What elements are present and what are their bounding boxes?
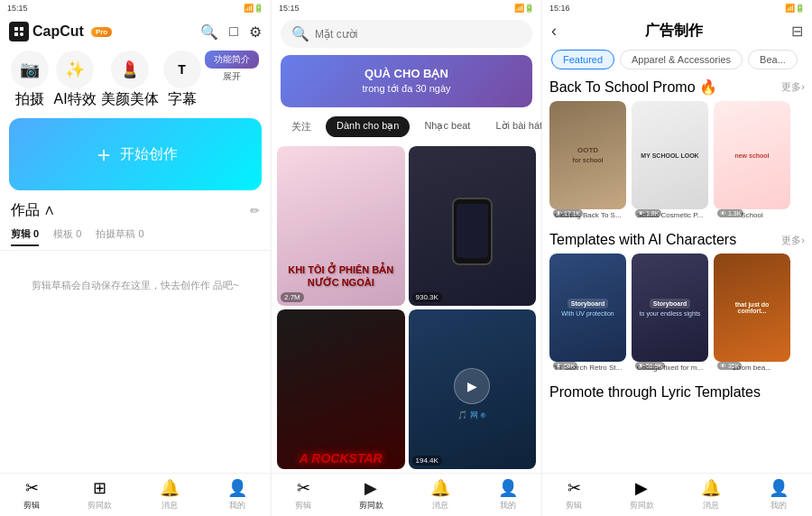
nav-templates-3[interactable]: ▶ 剪同款: [630, 478, 654, 511]
settings-icon[interactable]: ⚙: [249, 23, 262, 41]
ads-header: ‹ 广告制作 ⊟: [542, 16, 812, 46]
nav-messages-3[interactable]: 🔔 消息: [701, 478, 721, 511]
card-thumbnail-2: [409, 146, 537, 306]
status-icons-3: 📶🔋: [785, 4, 805, 13]
tools-row: 📷 拍摄 ✨ AI特效 💄 美颜美体 T 字幕 功能简介 展开: [0, 47, 271, 111]
chip-featured[interactable]: Featured: [551, 50, 614, 69]
tab-for-you[interactable]: Dành cho bạn: [326, 116, 410, 137]
subtitle-icon: T: [163, 51, 201, 88]
nav-messages-label-3: 消息: [703, 500, 719, 511]
ai-card-3[interactable]: that just docomfort... 👁 35K Zoom bea...: [714, 253, 790, 373]
search-icon[interactable]: 🔍: [200, 23, 218, 41]
nav-templates-2[interactable]: ▶ 剪同款: [359, 478, 383, 511]
ai-views-3: 👁 35K: [717, 362, 742, 370]
tab-drafts[interactable]: 拍摄草稿 0: [96, 227, 143, 246]
nav-profile-label-3: 我的: [770, 500, 787, 511]
section2-more[interactable]: 更多›: [781, 234, 805, 247]
status-bar-3: 15:16 📶🔋: [542, 0, 812, 16]
search-magnify-icon: 🔍: [291, 25, 309, 42]
grid-icon: ⊞: [93, 478, 106, 498]
ai-card-2[interactable]: Storyboard to your endless sights 👁 51.9…: [632, 253, 708, 373]
create-button[interactable]: ＋ 开始创作: [9, 118, 262, 190]
plus-icon: ＋: [93, 143, 115, 165]
app-logo: CapCut: [9, 22, 84, 41]
ads-content: Back To School Promo 🔥 更多› OOTDfor schoo…: [542, 73, 812, 473]
tab-lyrics[interactable]: Lời bài hát: [484, 116, 541, 137]
status-bar-1: 15:15 📶🔋: [0, 0, 271, 16]
status-icons-1: 📶🔋: [244, 4, 263, 13]
tool-camera-label: 拍摄: [15, 90, 44, 109]
camera-icon: 📷: [11, 51, 49, 88]
scissors-icon-3: ✂: [567, 478, 581, 498]
nav-clips-3[interactable]: ✂ 剪辑: [566, 478, 582, 511]
category-chips: Featured Apparel & Accessories Bea...: [542, 46, 812, 73]
works-edit-icon[interactable]: ✏: [250, 204, 260, 217]
search-box[interactable]: 🔍: [281, 20, 532, 48]
panel-ads: 15:16 📶🔋 ‹ 广告制作 ⊟ Featured Apparel & Acc…: [541, 0, 812, 516]
filter-button[interactable]: ⊟: [791, 23, 803, 40]
nav-templates-label-3: 剪同款: [630, 500, 654, 511]
tool-subtitle[interactable]: T 字幕: [163, 51, 201, 109]
section2-header: Templates with AI Characters 更多›: [549, 232, 805, 248]
status-bar-2: 15:15 📶🔋: [272, 0, 541, 16]
fullscreen-icon[interactable]: □: [229, 23, 238, 40]
play-icon-2: ▶: [364, 478, 377, 498]
banner-text: QUÀ CHO BẠN trong tới đa 30 ngày: [362, 66, 450, 97]
bottom-nav-1: ✂ 剪辑 ⊞ 剪同款 🔔 消息 👤 我的: [0, 473, 271, 516]
school-card-2[interactable]: MY SCHOOL LOOK 👁 1.8K School Cosmetic P.…: [632, 101, 708, 221]
banner-line2: trong tới đa 30 ngày: [362, 82, 450, 96]
video-card-1[interactable]: KHI TÔI Ở PHIÊN BẢNNƯỚC NGOÀI 2.7M Nếu t…: [277, 146, 405, 306]
section1-title: Back To School Promo 🔥: [549, 78, 717, 96]
ai-card-1[interactable]: Storyboard With UV protection 👁 58K TT S…: [549, 253, 626, 373]
tab-music[interactable]: Nhạc beat: [413, 116, 481, 137]
school-thumb-3: new school: [714, 101, 790, 209]
school-card-1[interactable]: OOTDfor school 👁 17.1K Clothing Back To …: [549, 101, 626, 221]
tool-func[interactable]: 功能简介 展开: [205, 51, 259, 109]
ai-thumb-3: that just docomfort...: [714, 253, 790, 362]
tool-camera[interactable]: 📷 拍摄: [11, 51, 49, 109]
status-time-2: 15:15: [279, 4, 300, 13]
scissors-icon-2: ✂: [297, 478, 310, 498]
svg-point-0: [20, 32, 23, 36]
video-card-2[interactable]: 930.3K Ánh camera iPhone 59 038 🎵: [409, 146, 537, 306]
nav-profile-2[interactable]: 👤 我的: [498, 478, 518, 511]
create-label: ＋ 开始创作: [93, 143, 178, 165]
tab-clips[interactable]: 剪辑 0: [11, 227, 39, 246]
nav-messages-1[interactable]: 🔔 消息: [160, 478, 180, 511]
content-grid: KHI TÔI Ở PHIÊN BẢNNƯỚC NGOÀI 2.7M Nếu t…: [272, 143, 541, 473]
nav-profile-1[interactable]: 👤 我的: [227, 478, 247, 511]
nav-clips-2[interactable]: ✂ 剪辑: [295, 478, 311, 511]
person-icon-3: 👤: [769, 478, 789, 498]
tool-beauty[interactable]: 💄 美颜美体: [101, 51, 159, 109]
nav-templates-label-2: 剪同款: [359, 500, 383, 511]
section2-title: Templates with AI Characters: [549, 232, 736, 248]
promo-banner[interactable]: QUÀ CHO BẠN trong tới đa 30 ngày: [281, 55, 532, 107]
nav-clips-1[interactable]: ✂ 剪辑: [23, 478, 40, 511]
chip-beauty[interactable]: Bea...: [748, 50, 798, 69]
school-card-3[interactable]: new school 👁 1.3K School: [714, 101, 790, 221]
nav-profile-label-2: 我的: [500, 500, 516, 511]
search-area: 🔍: [272, 16, 541, 51]
pro-badge: Pro: [91, 27, 112, 37]
nav-templates-1[interactable]: ⊞ 剪同款: [88, 478, 112, 511]
ai-views-2: 👁 51.9K: [635, 362, 665, 370]
tool-ai[interactable]: ✨ AI特效: [53, 51, 96, 109]
create-text: 开始创作: [120, 145, 178, 164]
back-button[interactable]: ‹: [551, 22, 557, 41]
tool-subtitle-label: 字幕: [168, 90, 197, 109]
section3-title: Promote through Lyric Templates: [549, 384, 761, 401]
logo-icon: [9, 22, 29, 41]
video-card-4[interactable]: ▶ 🎵 网 ⊕ 194.4K EDIT VIDEO: [409, 309, 537, 469]
tab-templates[interactable]: 模板 0: [53, 227, 81, 246]
search-input[interactable]: [315, 28, 521, 41]
nav-messages-2[interactable]: 🔔 消息: [430, 478, 450, 511]
tab-follow[interactable]: 关注: [281, 116, 322, 137]
header-icons: 🔍 □ ⚙: [200, 23, 262, 41]
school-thumb-1: OOTDfor school: [549, 101, 626, 209]
nav-messages-label-2: 消息: [432, 500, 448, 511]
nav-profile-3[interactable]: 👤 我的: [769, 478, 789, 511]
chip-apparel[interactable]: Apparel & Accessories: [620, 50, 743, 69]
section1-more[interactable]: 更多›: [781, 80, 805, 94]
video-card-3[interactable]: A ROCKSTAR: [277, 309, 405, 469]
func-intro-button[interactable]: 功能简介: [205, 51, 259, 69]
